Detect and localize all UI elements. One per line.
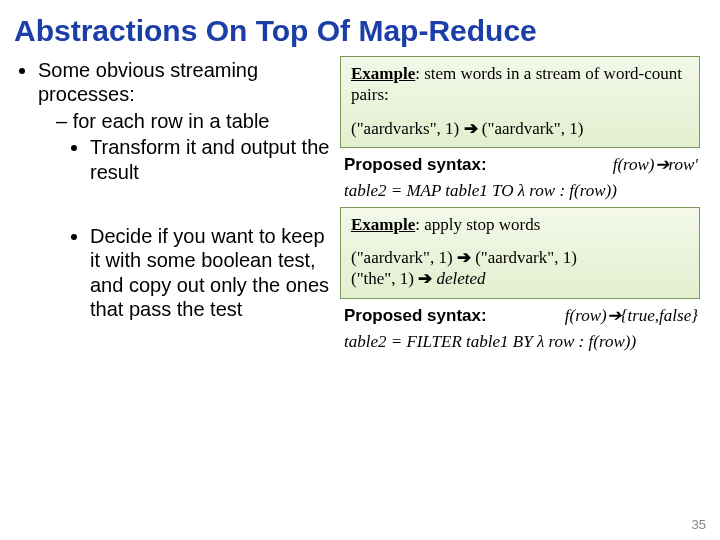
right-column: Example: stem words in a stream of word-… <box>340 52 700 358</box>
example2-label: Example <box>351 215 415 234</box>
bullet-sub1b: Decide if you want to keep it with some … <box>90 224 340 322</box>
example2-t2r: deleted <box>436 269 485 288</box>
example1-label: Example <box>351 64 415 83</box>
slide-title: Abstractions On Top Of Map-Reduce <box>0 0 720 52</box>
page-number: 35 <box>692 517 706 532</box>
example1-right: ("aardvark", 1) <box>482 119 584 138</box>
content-columns: Some obvious streaming processes: for ea… <box>0 52 720 358</box>
example2-t1l: ("aardvark", 1) <box>351 248 453 267</box>
arrow-icon: ➔ <box>457 248 471 267</box>
bullet-sub1-text: for each row in a table <box>73 110 270 132</box>
example-box-1: Example: stem words in a stream of word-… <box>340 56 700 148</box>
left-column: Some obvious streaming processes: for ea… <box>10 52 340 358</box>
bullet-top-text: Some obvious streaming processes: <box>38 59 258 105</box>
example2-t1r: ("aardvark", 1) <box>475 248 577 267</box>
bullet-sub1: for each row in a table Transform it and… <box>56 109 340 322</box>
example2-text: : apply stop words <box>415 215 540 234</box>
code-line-2: table2 = FILTER table1 BY λ row : f(row)… <box>340 330 700 358</box>
arrow-icon: ➔ <box>418 269 432 288</box>
example-box-2: Example: apply stop words ("aardvark", 1… <box>340 207 700 299</box>
syntax2-val: f(row)➔{true,false} <box>565 305 698 326</box>
arrow-icon: ➔ <box>464 119 478 138</box>
example1-left: ("aardvarks", 1) <box>351 119 459 138</box>
syntax1-val: f(row)➔row' <box>613 154 698 175</box>
example2-t2l: ("the", 1) <box>351 269 414 288</box>
syntax2-label: Proposed syntax: <box>344 306 487 326</box>
syntax-row-1: Proposed syntax: f(row)➔row' <box>340 152 700 179</box>
bullet-top: Some obvious streaming processes: for ea… <box>38 58 340 322</box>
bullet-sub1a: Transform it and output the result <box>90 135 340 184</box>
code-line-1: table2 = MAP table1 TO λ row : f(row)) <box>340 179 700 207</box>
syntax1-label: Proposed syntax: <box>344 155 487 175</box>
syntax-row-2: Proposed syntax: f(row)➔{true,false} <box>340 303 700 330</box>
